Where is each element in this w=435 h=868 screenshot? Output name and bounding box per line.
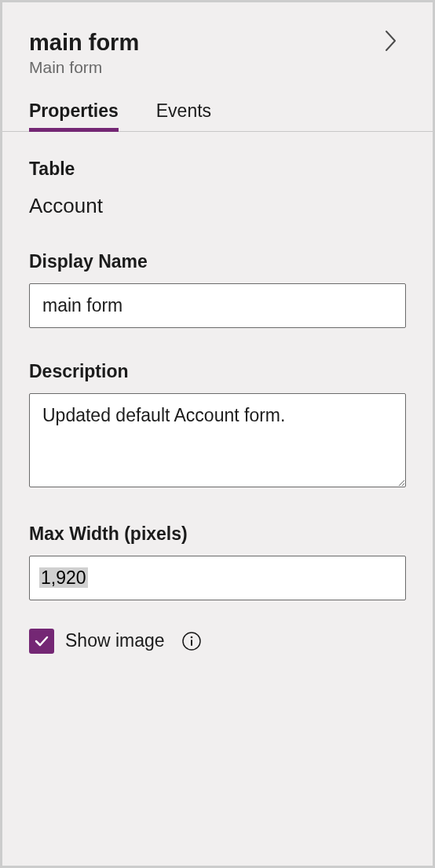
svg-point-1 — [190, 636, 192, 638]
show-image-checkbox[interactable] — [29, 629, 54, 654]
checkmark-icon — [34, 633, 49, 649]
show-image-row: Show image — [29, 629, 406, 654]
tab-properties[interactable]: Properties — [29, 100, 119, 131]
description-input[interactable] — [29, 393, 406, 487]
info-icon — [181, 631, 202, 651]
tab-bar: Properties Events — [2, 77, 433, 132]
max-width-value: 1,920 — [39, 567, 88, 588]
description-label: Description — [29, 361, 406, 382]
table-value: Account — [29, 194, 406, 218]
panel-body: Table Account Display Name Description M… — [2, 132, 433, 654]
svg-rect-2 — [191, 640, 192, 646]
max-width-input[interactable]: 1,920 — [29, 556, 406, 600]
show-image-label: Show image — [65, 630, 165, 651]
panel-header: main form Main form — [2, 2, 433, 77]
display-name-label: Display Name — [29, 251, 406, 272]
max-width-field: Max Width (pixels) 1,920 — [29, 523, 406, 600]
table-section: Table Account — [29, 159, 406, 218]
description-field: Description — [29, 361, 406, 491]
tab-events[interactable]: Events — [156, 100, 211, 131]
panel-subtitle: Main form — [29, 58, 406, 77]
show-image-info-button[interactable] — [181, 630, 203, 652]
chevron-right-icon — [385, 30, 397, 52]
max-width-label: Max Width (pixels) — [29, 523, 406, 545]
table-label: Table — [29, 159, 406, 180]
properties-panel: main form Main form Properties Events Ta… — [0, 0, 435, 868]
display-name-input[interactable] — [29, 283, 406, 328]
display-name-field: Display Name — [29, 251, 406, 328]
collapse-button[interactable] — [379, 29, 403, 53]
panel-title: main form — [29, 29, 406, 57]
